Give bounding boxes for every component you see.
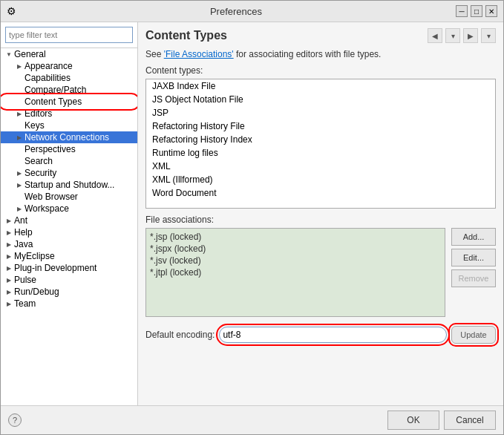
file-assoc-link[interactable]: 'File Associations' <box>164 49 234 59</box>
content-type-item[interactable]: XML (Illformed) <box>146 173 495 186</box>
sidebar-item-pulse[interactable]: ▶Pulse <box>1 274 137 286</box>
maximize-button[interactable]: □ <box>471 5 482 17</box>
content-type-item[interactable]: JS Object Notation File <box>146 93 495 106</box>
encoding-row: Default encoding: Update <box>145 326 496 344</box>
content-type-item[interactable]: Runtime log files <box>146 146 495 160</box>
tree-label-network-connections: Network Connections <box>24 132 109 143</box>
tree-toggle-run-debug[interactable]: ▶ <box>4 287 14 297</box>
content-type-item[interactable]: JSP <box>146 106 495 120</box>
tree-toggle-myeclipse[interactable]: ▶ <box>4 251 14 261</box>
filter-input[interactable] <box>5 27 133 43</box>
sidebar-item-compare-patch[interactable]: Compare/Patch <box>1 84 137 96</box>
sidebar-item-content-types[interactable]: Content Types <box>1 96 137 108</box>
description: See 'File Associations' for associating … <box>145 49 496 59</box>
ct-list-container: JAXB Index FileJS Object Notation FileJS… <box>146 79 495 200</box>
tree-toggle-security[interactable]: ▶ <box>14 168 24 178</box>
window-icon: ⚙ <box>7 5 16 17</box>
help-button[interactable]: ? <box>8 413 22 427</box>
close-button[interactable]: ✕ <box>485 5 497 17</box>
content-type-item[interactable]: JAXB Index File <box>146 79 495 93</box>
content-types-list[interactable]: JAXB Index FileJS Object Notation FileJS… <box>145 79 496 209</box>
nav-dropdown-button[interactable]: ▾ <box>445 28 460 43</box>
tree-toggle-pulse[interactable]: ▶ <box>4 275 14 285</box>
sidebar-item-run-debug[interactable]: ▶Run/Debug <box>1 286 137 298</box>
nav-back-button[interactable]: ◀ <box>428 28 442 43</box>
tree-toggle-workspace[interactable]: ▶ <box>14 203 24 214</box>
nav-forward-button[interactable]: ▶ <box>463 28 478 43</box>
title-bar-controls: ─ □ ✕ <box>456 5 497 17</box>
tree-label-search: Search <box>24 156 53 166</box>
tree-label-plugin-development: Plug-in Development <box>14 263 96 273</box>
tree-toggle-java[interactable]: ▶ <box>4 239 14 249</box>
sidebar-item-myeclipse[interactable]: ▶MyEclipse <box>1 250 137 262</box>
file-assoc-list[interactable]: *.jsp (locked)*.jspx (locked)*.jsv (lock… <box>145 228 445 317</box>
tree-toggle-web-browser <box>14 192 24 202</box>
tree-label-startup-shutdown: Startup and Shutdow... <box>24 180 114 190</box>
update-button[interactable]: Update <box>451 326 496 344</box>
sidebar-item-perspectives[interactable]: Perspectives <box>1 143 137 155</box>
tree-label-compare-patch: Compare/Patch <box>24 85 86 95</box>
tree-toggle-content-types <box>14 97 24 107</box>
encoding-input[interactable] <box>219 327 447 343</box>
file-assoc-item[interactable]: *.jsp (locked) <box>148 231 442 243</box>
tree-toggle-capabilities <box>14 73 24 83</box>
tree-toggle-general[interactable]: ▼ <box>4 49 14 59</box>
tree-label-content-types: Content Types <box>24 97 82 107</box>
content-type-item[interactable]: XML <box>146 160 495 173</box>
tree-label-workspace: Workspace <box>24 203 69 214</box>
tree-toggle-keys <box>14 120 24 131</box>
panel-header: Content Types ◀ ▾ ▶ ▾ <box>145 28 496 43</box>
tree-toggle-plugin-development[interactable]: ▶ <box>4 263 14 273</box>
sidebar-item-editors[interactable]: ▶Editors <box>1 108 137 120</box>
sidebar-item-search[interactable]: Search <box>1 155 137 167</box>
cancel-button[interactable]: Cancel <box>444 411 496 430</box>
add-button[interactable]: Add... <box>451 228 496 246</box>
sidebar-item-appearance[interactable]: ▶Appearance <box>1 60 137 72</box>
window-title: Preferences <box>16 6 456 17</box>
panel-nav: ◀ ▾ ▶ ▾ <box>428 28 496 43</box>
ok-button[interactable]: OK <box>387 411 439 430</box>
remove-button[interactable]: Remove <box>451 269 496 287</box>
tree-toggle-network-connections[interactable]: ▶ <box>14 132 24 143</box>
tree-toggle-search <box>14 156 24 166</box>
file-assoc-item[interactable]: *.jtpl (locked) <box>148 266 442 278</box>
content-type-item[interactable]: Refactoring History Index <box>146 133 495 146</box>
tree-toggle-team[interactable]: ▶ <box>4 298 14 309</box>
content-type-item[interactable]: Word Document <box>146 186 495 200</box>
sidebar-item-security[interactable]: ▶Security <box>1 167 137 179</box>
sidebar-item-capabilities[interactable]: Capabilities <box>1 72 137 84</box>
tree-toggle-ant[interactable]: ▶ <box>4 215 14 226</box>
tree-label-editors: Editors <box>24 108 52 119</box>
content-type-item[interactable]: Refactoring History File <box>146 120 495 133</box>
sidebar-item-network-connections[interactable]: ▶Network Connections <box>1 131 137 143</box>
tree-toggle-appearance[interactable]: ▶ <box>14 61 24 71</box>
title-bar: ⚙ Preferences ─ □ ✕ <box>1 1 503 22</box>
sidebar-item-help[interactable]: ▶Help <box>1 226 137 238</box>
sidebar-item-workspace[interactable]: ▶Workspace <box>1 203 137 215</box>
file-assoc-item[interactable]: *.jspx (locked) <box>148 243 442 255</box>
tree-toggle-perspectives <box>14 144 24 154</box>
sidebar-item-general[interactable]: ▼General <box>1 48 137 60</box>
tree-label-pulse: Pulse <box>14 275 36 285</box>
minimize-button[interactable]: ─ <box>456 5 468 17</box>
file-assoc-item[interactable]: *.jsv (locked) <box>148 255 442 266</box>
sidebar-item-keys[interactable]: Keys <box>1 120 137 131</box>
tree-label-keys: Keys <box>24 120 45 131</box>
content-area: ▼General▶AppearanceCapabilitiesCompare/P… <box>1 22 503 405</box>
sidebar-item-web-browser[interactable]: Web Browser <box>1 191 137 203</box>
assoc-buttons: Add... Edit... Remove <box>451 228 496 317</box>
bottom-buttons: OK Cancel <box>387 411 496 430</box>
tree-label-run-debug: Run/Debug <box>14 287 59 297</box>
edit-button[interactable]: Edit... <box>451 249 496 266</box>
sidebar-item-ant[interactable]: ▶Ant <box>1 215 137 226</box>
nav-forward-dropdown-button[interactable]: ▾ <box>481 28 496 43</box>
tree-toggle-help[interactable]: ▶ <box>4 227 14 238</box>
tree-toggle-editors[interactable]: ▶ <box>14 108 24 119</box>
tree-toggle-startup-shutdown[interactable]: ▶ <box>14 180 24 190</box>
tree-label-perspectives: Perspectives <box>24 144 76 154</box>
tree-label-help: Help <box>14 227 33 238</box>
sidebar-item-java[interactable]: ▶Java <box>1 238 137 250</box>
sidebar-item-startup-shutdown[interactable]: ▶Startup and Shutdow... <box>1 179 137 191</box>
sidebar-item-plugin-development[interactable]: ▶Plug-in Development <box>1 262 137 274</box>
sidebar-item-team[interactable]: ▶Team <box>1 298 137 310</box>
